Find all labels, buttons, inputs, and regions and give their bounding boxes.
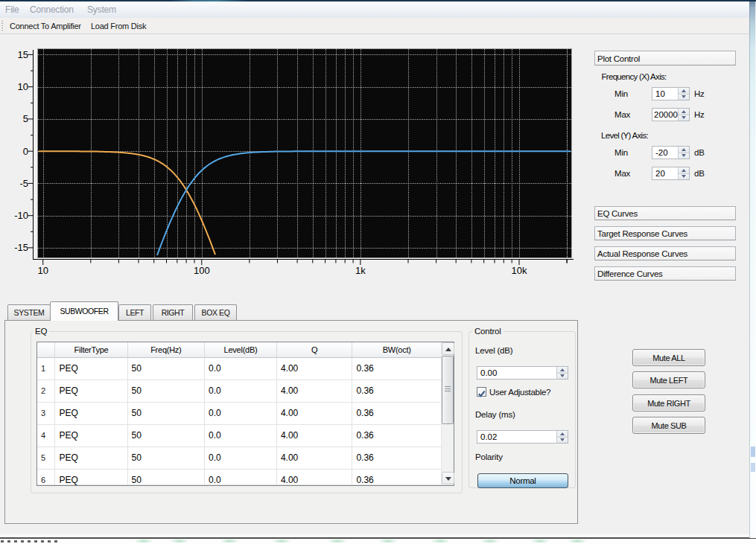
svg-text:-10: -10: [14, 210, 28, 221]
svg-text:-5: -5: [19, 178, 28, 189]
svg-text:1k: 1k: [355, 265, 366, 276]
svg-text:100: 100: [194, 265, 210, 276]
svg-text:15: 15: [18, 49, 28, 60]
svg-text:10k: 10k: [512, 265, 527, 276]
svg-text:10: 10: [18, 81, 28, 92]
svg-text:5: 5: [23, 113, 28, 124]
svg-text:10: 10: [37, 265, 48, 276]
svg-text:0: 0: [23, 146, 28, 157]
svg-text:-15: -15: [14, 242, 28, 253]
